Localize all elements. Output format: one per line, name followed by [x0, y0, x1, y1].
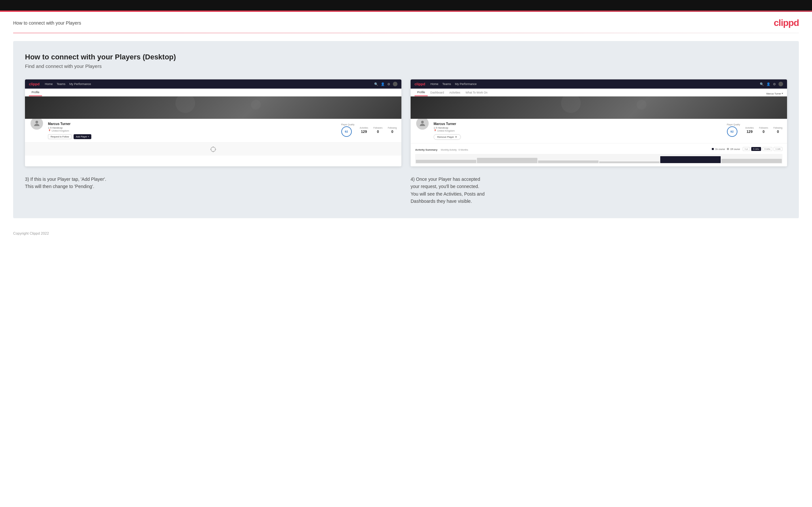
description-left: 3) If this is your Player tap, 'Add Play… [25, 176, 401, 205]
screenshot-left: clippd Home Teams My Performance 🔍 👤 ⚙ P… [25, 79, 401, 166]
app-tabs-left: Profile [25, 89, 401, 97]
hero-image-left [25, 97, 401, 119]
filter-3mths[interactable]: 3 mths [762, 147, 772, 151]
activities-value-left: 129 [360, 130, 368, 133]
filter-1yr[interactable]: 1 yr [743, 147, 750, 151]
remove-player-label: Remove Player [437, 135, 454, 138]
request-follow-button[interactable]: Request to Follow [48, 134, 71, 139]
nav-home-left[interactable]: Home [45, 82, 53, 86]
tab-dashboard-right[interactable]: Dashboard [428, 89, 447, 96]
legend: On course Off course [712, 148, 740, 150]
main-content: How to connect with your Players (Deskto… [13, 41, 799, 218]
add-player-button[interactable]: Add Player + [73, 134, 91, 139]
descriptions-row: 3) If this is your Player tap, 'Add Play… [25, 176, 787, 205]
section-title: How to connect with your Players (Deskto… [25, 53, 787, 61]
tab-profile-left[interactable]: Profile [29, 89, 42, 96]
activities-label-left: Activities [360, 127, 368, 129]
profile-name-right: Marcus Turner [434, 122, 723, 126]
following-stat-right: Following 0 [773, 127, 782, 133]
screenshots-row: clippd Home Teams My Performance 🔍 👤 ⚙ P… [25, 79, 787, 166]
settings-icon[interactable]: ⚙ [387, 82, 390, 86]
remove-player-button[interactable]: Remove Player ✕ [434, 134, 461, 140]
followers-value-right: 0 [759, 130, 768, 133]
profile-buttons-left: Request to Follow Add Player + [48, 134, 337, 139]
following-value-right: 0 [773, 130, 782, 133]
tab-profile-right[interactable]: Profile [414, 89, 428, 96]
followers-label-left: Followers [373, 127, 383, 129]
description-right: 4) Once your Player has accepted your re… [411, 176, 787, 205]
app-nav-left: clippd Home Teams My Performance 🔍 👤 ⚙ [25, 79, 401, 89]
svg-point-0 [36, 121, 38, 123]
following-label-right: Following [773, 127, 782, 129]
filter-6mths[interactable]: 6 mths [751, 147, 761, 151]
screenshot-right: clippd Home Teams My Performance 🔍 👤 ⚙ P… [411, 79, 787, 166]
player-quality-stat: Player Quality 92 [341, 123, 354, 137]
activity-title: Activity Summary [415, 148, 438, 151]
player-quality-label: Player Quality [341, 123, 354, 126]
profile-handicap-right: 1-5 Handicap [434, 126, 723, 129]
chart-bar-4 [599, 161, 660, 163]
section-subtitle: Find and connect with your Players [25, 63, 787, 69]
profile-section-left: Marcus Turner 1-5 Handicap 📍 United King… [25, 119, 401, 143]
activities-stat-right: Activities 129 [745, 127, 754, 133]
activity-header: Activity Summary Monthly Activity · 6 Mo… [415, 146, 782, 152]
avatar-left[interactable] [393, 82, 398, 86]
chart-bar-3 [538, 161, 599, 163]
crosshair-area-left [25, 143, 401, 156]
add-player-label: Add Player [76, 135, 87, 138]
nav-teams-right[interactable]: Teams [442, 82, 451, 86]
hero-image-right [411, 97, 787, 119]
search-icon-right[interactable]: 🔍 [760, 82, 764, 86]
user-icon[interactable]: 👤 [381, 82, 385, 86]
avatar-right[interactable] [778, 82, 783, 86]
close-icon: ✕ [455, 135, 457, 138]
nav-performance-left[interactable]: My Performance [69, 82, 91, 86]
off-course-dot [727, 148, 729, 150]
activity-controls: On course Off course 1 yr 6 mths 3 mths [712, 147, 782, 151]
tab-group-right: Profile Dashboard Activities What To Wor… [414, 89, 490, 96]
nav-teams-left[interactable]: Teams [56, 82, 65, 86]
profile-handicap-left: 1-5 Handicap [48, 126, 337, 129]
profile-section-right: Marcus Turner 1-5 Handicap 📍 United King… [411, 119, 787, 143]
app-tabs-right: Profile Dashboard Activities What To Wor… [411, 89, 787, 97]
copyright-text: Copyright Clippd 2022 [13, 231, 49, 235]
profile-location-right: 📍 United Kingdom [434, 129, 723, 132]
nav-icons-right: 🔍 👤 ⚙ [760, 82, 783, 86]
nav-home-right[interactable]: Home [430, 82, 438, 86]
settings-icon-right[interactable]: ⚙ [773, 82, 776, 86]
activities-value-right: 129 [745, 130, 754, 133]
search-icon[interactable]: 🔍 [374, 82, 378, 86]
plus-icon: + [88, 135, 89, 138]
marcus-turner-dropdown[interactable]: Marcus Turner ▾ [766, 92, 783, 96]
on-course-dot [712, 148, 714, 150]
off-course-legend: Off course [727, 148, 740, 150]
footer: Copyright Clippd 2022 [0, 226, 812, 242]
page-header-title: How to connect with your Players [13, 20, 81, 25]
user-icon-right[interactable]: 👤 [766, 82, 770, 86]
following-value-left: 0 [388, 130, 397, 133]
location-icon-left: 📍 [48, 129, 51, 132]
quality-circle-left: 92 [341, 126, 352, 137]
chart-bar-6 [721, 159, 782, 163]
top-bar [0, 0, 812, 10]
description-text-left: 3) If this is your Player tap, 'Add Play… [25, 176, 401, 190]
tab-what-to-work-on-right[interactable]: What To Work On [463, 89, 490, 96]
activities-stat-left: Activities 129 [360, 127, 368, 133]
description-text-right: 4) Once your Player has accepted your re… [411, 176, 787, 205]
svg-point-1 [211, 147, 215, 152]
followers-label-right: Followers [759, 127, 768, 129]
player-quality-label-right: Player Quality [727, 123, 740, 126]
on-course-legend: On course [712, 148, 725, 150]
app-nav-right: clippd Home Teams My Performance 🔍 👤 ⚙ [411, 79, 787, 89]
chart-bar-5 [660, 156, 721, 163]
activity-summary: Activity Summary Monthly Activity · 6 Mo… [411, 143, 787, 166]
chart-bar-1 [416, 160, 476, 163]
followers-stat-right: Followers 0 [759, 127, 768, 133]
nav-performance-right[interactable]: My Performance [455, 82, 476, 86]
activity-chart [415, 154, 782, 164]
filter-1mth[interactable]: 1 mth [773, 147, 782, 151]
quality-circle-right: 92 [727, 126, 738, 137]
tab-activities-right[interactable]: Activities [447, 89, 463, 96]
chevron-down-icon: ▾ [782, 92, 783, 95]
followers-stat-left: Followers 0 [373, 127, 383, 133]
